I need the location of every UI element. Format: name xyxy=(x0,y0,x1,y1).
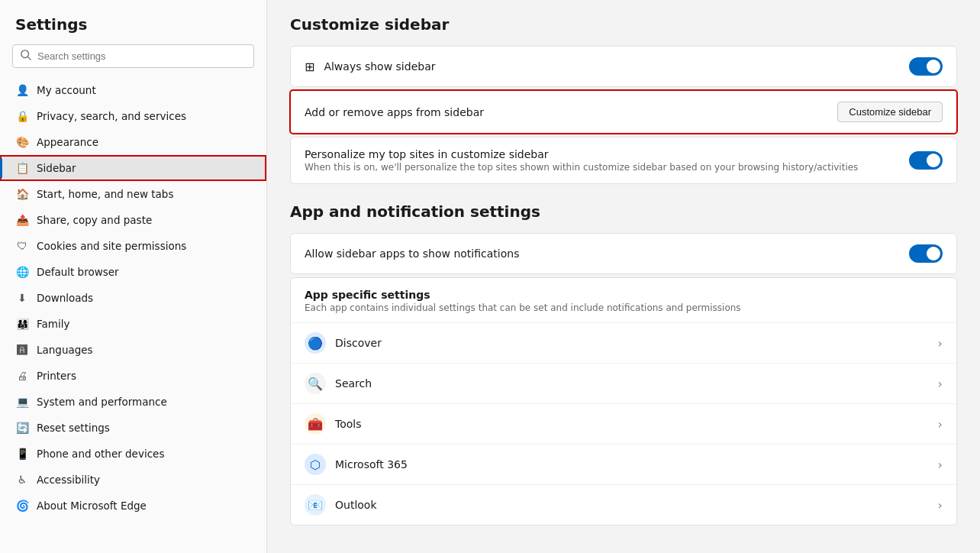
nav-label-family: Family xyxy=(37,318,69,330)
nav-icon-about: 🌀 xyxy=(15,499,29,513)
nav-icon-accessibility: ♿ xyxy=(15,473,29,487)
sidebar-item-my-account[interactable]: 👤My account xyxy=(0,77,266,103)
app-specific-title: App specific settings xyxy=(305,289,943,301)
nav-label-printers: Printers xyxy=(37,370,76,382)
nav-label-default-browser: Default browser xyxy=(37,266,119,278)
nav-label-start-home: Start, home, and new tabs xyxy=(37,188,173,200)
app-notification-section: App and notification settings Allow side… xyxy=(290,202,957,526)
nav-icon-family: 👨‍👩‍👧 xyxy=(15,317,29,331)
nav-icon-share-copy: 📤 xyxy=(15,213,29,227)
nav-icon-phone: 📱 xyxy=(15,447,29,461)
sidebar: Settings 👤My account🔒Privacy, search, an… xyxy=(0,0,267,553)
allow-notifications-card: Allow sidebar apps to show notifications xyxy=(290,233,957,274)
nav-label-system: System and performance xyxy=(37,396,167,408)
search-input[interactable] xyxy=(37,50,246,62)
app-specific-card: App specific settings Each app contains … xyxy=(290,277,957,526)
app-item-m365[interactable]: ⬡Microsoft 365› xyxy=(291,444,956,484)
sidebar-item-accessibility[interactable]: ♿Accessibility xyxy=(0,467,266,493)
allow-notifications-label: Allow sidebar apps to show notifications xyxy=(305,247,900,260)
svg-line-1 xyxy=(28,57,31,60)
sidebar-item-family[interactable]: 👨‍👩‍👧Family xyxy=(0,311,266,337)
chevron-right-icon: › xyxy=(938,417,943,432)
app-label-outlook: Outlook xyxy=(335,499,929,511)
personalize-label: Personalize my top sites in customize si… xyxy=(305,148,900,160)
svg-point-0 xyxy=(21,50,29,58)
always-show-label: Always show sidebar xyxy=(324,60,900,73)
nav-label-phone: Phone and other devices xyxy=(37,448,164,460)
app-item-tools[interactable]: 🧰Tools› xyxy=(291,403,956,444)
sidebar-icon: ⊞ xyxy=(305,60,314,74)
sidebar-item-appearance[interactable]: 🎨Appearance xyxy=(0,129,266,155)
nav-label-downloads: Downloads xyxy=(37,292,93,304)
nav-label-about: About Microsoft Edge xyxy=(37,500,147,512)
chevron-right-icon: › xyxy=(938,336,943,351)
sidebar-item-printers[interactable]: 🖨Printers xyxy=(0,363,266,389)
nav-icon-printers: 🖨 xyxy=(15,369,29,383)
personalize-card: Personalize my top sites in customize si… xyxy=(290,137,957,184)
nav-label-sidebar: Sidebar xyxy=(37,162,76,174)
nav-label-appearance: Appearance xyxy=(37,136,98,148)
sidebar-item-system[interactable]: 💻System and performance xyxy=(0,389,266,415)
app-label-tools: Tools xyxy=(335,418,929,430)
chevron-right-icon: › xyxy=(938,498,943,513)
app-specific-desc: Each app contains individual settings th… xyxy=(305,302,943,319)
personalize-toggle[interactable] xyxy=(909,151,943,170)
app-item-search[interactable]: 🔍Search› xyxy=(291,363,956,403)
chevron-right-icon: › xyxy=(938,458,943,472)
nav-icon-system: 💻 xyxy=(15,395,29,409)
nav-label-privacy: Privacy, search, and services xyxy=(37,110,186,122)
always-show-toggle[interactable] xyxy=(909,57,943,76)
personalize-text: Personalize my top sites in customize si… xyxy=(305,148,900,173)
nav-icon-default-browser: 🌐 xyxy=(15,265,29,279)
sidebar-item-reset[interactable]: 🔄Reset settings xyxy=(0,415,266,441)
nav-list: 👤My account🔒Privacy, search, and service… xyxy=(0,77,266,519)
sidebar-item-share-copy[interactable]: 📤Share, copy and paste xyxy=(0,207,266,233)
sidebar-item-default-browser[interactable]: 🌐Default browser xyxy=(0,259,266,285)
nav-icon-reset: 🔄 xyxy=(15,421,29,435)
sidebar-item-privacy[interactable]: 🔒Privacy, search, and services xyxy=(0,103,266,129)
chevron-right-icon: › xyxy=(938,377,943,391)
nav-icon-appearance: 🎨 xyxy=(15,135,29,149)
app-label-search: Search xyxy=(335,377,929,390)
add-remove-label: Add or remove apps from sidebar xyxy=(305,106,828,118)
app-notification-title: App and notification settings xyxy=(290,202,957,221)
nav-label-reset: Reset settings xyxy=(37,422,110,434)
sidebar-item-cookies[interactable]: 🛡Cookies and site permissions xyxy=(0,233,266,259)
personalize-row: Personalize my top sites in customize si… xyxy=(291,137,956,183)
search-box[interactable] xyxy=(12,44,254,68)
app-label-discover: Discover xyxy=(335,337,929,349)
nav-label-share-copy: Share, copy and paste xyxy=(37,214,152,226)
app-icon-m365: ⬡ xyxy=(305,454,326,475)
allow-notifications-toggle[interactable] xyxy=(909,244,943,263)
nav-icon-languages: 🅰 xyxy=(15,343,29,357)
add-remove-row: Add or remove apps from sidebar Customiz… xyxy=(291,91,956,133)
nav-icon-my-account: 👤 xyxy=(15,83,29,97)
always-show-card: ⊞ Always show sidebar xyxy=(290,46,957,87)
app-icon-outlook: 📧 xyxy=(305,494,326,516)
allow-notifications-row: Allow sidebar apps to show notifications xyxy=(291,234,956,273)
main-content: Customize sidebar ⊞ Always show sidebar … xyxy=(267,0,980,553)
customize-sidebar-section: Customize sidebar ⊞ Always show sidebar … xyxy=(290,15,957,184)
sidebar-item-downloads[interactable]: ⬇Downloads xyxy=(0,285,266,311)
search-icon xyxy=(21,50,31,63)
customize-sidebar-button[interactable]: Customize sidebar xyxy=(837,102,943,122)
app-item-outlook[interactable]: 📧Outlook› xyxy=(291,484,956,525)
add-remove-card: Add or remove apps from sidebar Customiz… xyxy=(290,90,957,134)
personalize-sublabel: When this is on, we'll personalize the t… xyxy=(305,162,900,173)
customize-sidebar-title: Customize sidebar xyxy=(290,15,957,34)
nav-label-cookies: Cookies and site permissions xyxy=(37,240,186,252)
sidebar-item-sidebar[interactable]: 📋Sidebar xyxy=(0,155,266,181)
sidebar-item-languages[interactable]: 🅰Languages xyxy=(0,337,266,363)
app-label-m365: Microsoft 365 xyxy=(335,458,929,471)
sidebar-item-phone[interactable]: 📱Phone and other devices xyxy=(0,441,266,467)
sidebar-item-start-home[interactable]: 🏠Start, home, and new tabs xyxy=(0,181,266,207)
always-show-row: ⊞ Always show sidebar xyxy=(291,47,956,86)
sidebar-item-about[interactable]: 🌀About Microsoft Edge xyxy=(0,493,266,519)
app-item-discover[interactable]: 🔵Discover› xyxy=(291,322,956,363)
app-icon-tools: 🧰 xyxy=(305,413,326,435)
app-icon-search: 🔍 xyxy=(305,373,326,394)
app-icon-discover: 🔵 xyxy=(305,332,326,354)
app-list: 🔵Discover›🔍Search›🧰Tools›⬡Microsoft 365›… xyxy=(291,322,956,525)
nav-label-accessibility: Accessibility xyxy=(37,474,100,486)
app-specific-header: App specific settings Each app contains … xyxy=(291,278,956,322)
